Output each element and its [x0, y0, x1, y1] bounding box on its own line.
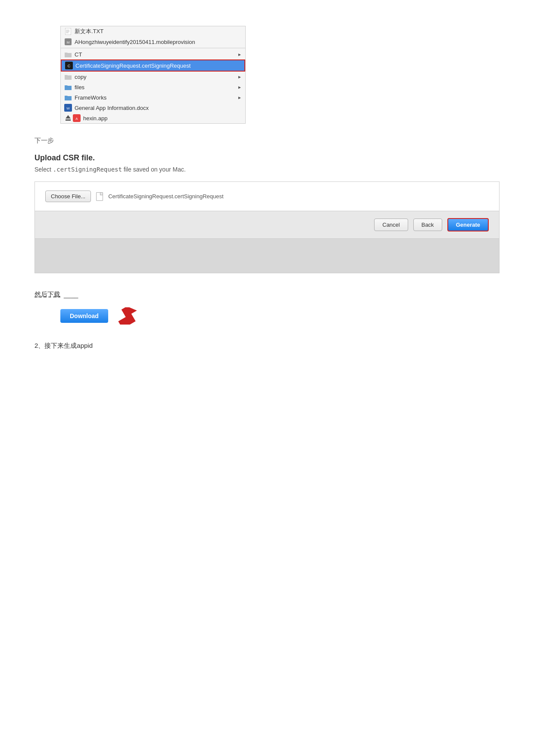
download-button[interactable]: Download [60, 309, 108, 323]
choose-file-button[interactable]: Choose File... [45, 191, 91, 202]
generate-button[interactable]: Generate [447, 218, 489, 231]
file-item-cert[interactable]: C CertificateSigningRequest.certSigningR… [61, 59, 245, 72]
svg-marker-10 [66, 115, 71, 119]
download-area: Download [60, 307, 500, 325]
folder-blue-icon [64, 83, 72, 91]
folder-gray-icon [64, 50, 72, 58]
file-item-ct[interactable]: CT ► [61, 49, 245, 59]
file-item-docx-name: General App Information.docx [75, 105, 149, 111]
file-item-frameworks-name: FrameWorks [75, 94, 106, 101]
file-item-cert-name: CertificateSigningRequest.certSigningReq… [75, 62, 190, 69]
svg-marker-14 [117, 307, 138, 325]
file-item-txt-name: 新文本.TXT [75, 28, 103, 35]
back-button[interactable]: Back [413, 219, 442, 231]
file-small-icon [96, 192, 103, 201]
svg-text:C: C [68, 64, 71, 68]
svg-text:W: W [66, 106, 70, 110]
file-item-docx[interactable]: W General App Information.docx [61, 103, 245, 113]
file-item-frameworks[interactable]: FrameWorks ► [61, 92, 245, 103]
arrow-icon: ► [237, 52, 242, 57]
file-item-files-name: files [75, 84, 84, 91]
file-item-txt[interactable]: 新文本.TXT [61, 26, 245, 37]
arrow-icon-copy: ► [237, 75, 242, 79]
subtitle-post: file saved on your Mac. [122, 166, 186, 173]
svg-text:A: A [75, 117, 78, 121]
file-item-app[interactable]: A hexin.app [61, 113, 245, 123]
doc-file-icon: W [64, 104, 72, 112]
download-dashes: ____ [64, 291, 78, 298]
svg-rect-11 [66, 119, 71, 121]
next-step-label: 下一步 [34, 137, 500, 145]
svg-text:M: M [67, 41, 70, 44]
download-label-text: 然后下载 [34, 291, 60, 299]
arrow-icon-files: ► [237, 85, 242, 90]
file-item-ct-name: CT [75, 51, 82, 58]
selected-file-name: CertificateSigningRequest.certSigningReq… [108, 193, 223, 200]
cancel-button[interactable]: Cancel [374, 219, 408, 231]
upload-title: Upload CSR file. [34, 153, 500, 162]
download-section: 然后下载 ____ Download [34, 291, 500, 325]
cert-file-icon: C [65, 62, 73, 69]
arrow-icon-frameworks: ► [237, 95, 242, 100]
gray-content-area [34, 239, 500, 273]
upload-section: Upload CSR file. Select .certSigningRequ… [34, 153, 500, 273]
folder-gray-icon-2 [64, 73, 72, 81]
app-file-icon: A [73, 114, 81, 122]
file-browser: 新文本.TXT M AHongzhiwuyeidentify20150411.m… [60, 26, 246, 124]
txt-file-icon [64, 28, 72, 35]
file-upload-box: Choose File... CertificateSigningRequest… [34, 181, 500, 211]
download-label: 然后下载 ____ [34, 291, 500, 299]
subtitle-pre: Select [34, 166, 53, 173]
eject-icon [64, 115, 72, 121]
file-item-app-name: hexin.app [83, 115, 107, 122]
file-item-provision-name: AHongzhiwuyeidentify20150411.mobileprovi… [75, 39, 195, 45]
provision-file-icon: M [64, 38, 72, 46]
upload-subtitle: Select .certSigningRequest file saved on… [34, 166, 500, 173]
action-buttons-row: Cancel Back Generate [34, 211, 500, 239]
file-item-provision[interactable]: M AHongzhiwuyeidentify20150411.mobilepro… [61, 37, 245, 47]
file-item-files[interactable]: files ► [61, 82, 245, 92]
file-item-copy[interactable]: copy ► [61, 72, 245, 82]
file-item-copy-name: copy [75, 74, 86, 80]
download-arrow-icon [117, 307, 138, 325]
folder-blue-icon-2 [64, 94, 72, 101]
subtitle-code: .certSigningRequest [53, 166, 122, 173]
step2-label: 2、接下来生成appid [34, 342, 500, 350]
